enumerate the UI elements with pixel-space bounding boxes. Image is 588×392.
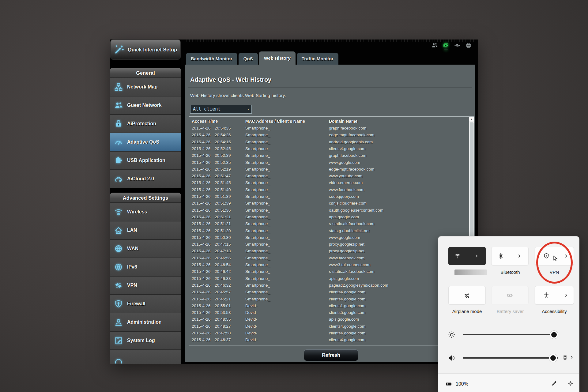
wifi-expand[interactable] (467, 247, 486, 265)
sidebar-item-network-map[interactable]: Network Map (110, 78, 181, 96)
quick-internet-setup-button[interactable]: Quick Internet Setup (110, 40, 181, 60)
sidebar-item-item[interactable] (110, 350, 181, 364)
bluetooth-toggle[interactable] (492, 247, 510, 265)
quick-settings-panel: Bluetooth VPN (438, 236, 579, 392)
volume-slider-knob[interactable] (549, 354, 557, 362)
sidebar-item-lan[interactable]: LAN (110, 221, 181, 240)
cell-access-time: 20:51:40 (215, 187, 231, 192)
table-row: 2015-4-2620:50:30Smartphone_www.google.c… (189, 235, 474, 242)
cell-domain-name: clients1.google.com (329, 303, 365, 308)
cell-access-date: 2015-4-26 (192, 324, 211, 329)
column-header-domain-name: Domain Name (329, 119, 357, 124)
cell-domain-name: apis.google.com (329, 215, 359, 219)
table-row: 2015-4-2620:54:35Smartphone_graph.facebo… (189, 126, 474, 133)
cell-domain-name: proxy.googlezip.net (329, 249, 364, 253)
column-header-mac-address-client-s-name: MAC Address / Client's Name (245, 119, 305, 124)
audio-output-icon[interactable] (562, 354, 568, 360)
cell-client-name: Smartphone_ (245, 126, 270, 130)
table-row: 2015-4-2620:48:27Devid-clients4.google.c… (189, 324, 474, 331)
sidebar-item-ipv6[interactable]: v6IPv6 (110, 258, 181, 277)
accessibility-toggle[interactable] (535, 286, 558, 304)
table-row: 2015-4-2620:51:40Smartphone_www.facebook… (189, 187, 474, 194)
wireless-icon (114, 207, 123, 217)
cell-client-name: Smartphone_ (245, 256, 270, 260)
cell-client-name: Smartphone_ (245, 215, 270, 219)
cell-access-date: 2015-4-26 (192, 153, 211, 158)
brightness-slider[interactable] (463, 334, 558, 335)
sidebar-item-aiprotection[interactable]: AiProtection (110, 115, 181, 133)
printer-icon[interactable] (465, 42, 472, 49)
tab-traffic-monitor[interactable]: Traffic Monitor (297, 53, 338, 65)
sidebar-item-system-log[interactable]: System Log (110, 332, 181, 350)
battery-status[interactable]: 100% (445, 380, 468, 388)
column-header-access-time: Access Time (192, 119, 218, 124)
airplane-mode-button[interactable] (448, 286, 486, 304)
cell-access-date: 2015-4-26 (192, 228, 211, 233)
battery-saver-toggle (492, 286, 528, 304)
tab-web-history[interactable]: Web History (259, 51, 296, 65)
clients-icon[interactable] (431, 42, 438, 49)
wifi-toggle[interactable] (448, 247, 467, 265)
wifi-button[interactable] (448, 247, 486, 265)
table-row: 2015-4-2620:47:15Smartphone_proxy.google… (189, 242, 474, 249)
airplane-toggle[interactable] (449, 286, 485, 304)
tab-qos[interactable]: QoS (239, 53, 258, 65)
sidebar-item-vpn[interactable]: VPN (110, 277, 181, 295)
perforation-pattern (187, 40, 474, 42)
chevron-right-icon (517, 254, 522, 258)
scrollbar-up-arrow-icon[interactable]: ▲ (469, 117, 474, 122)
lan-clients-icon[interactable] (443, 42, 449, 49)
bluetooth-button[interactable] (491, 247, 529, 265)
cell-access-date: 2015-4-26 (192, 317, 211, 322)
cell-access-time: 20:54:35 (215, 126, 231, 130)
refresh-button[interactable]: Refresh (304, 349, 358, 361)
table-row: 2015-4-2620:51:36Smartphone_oauth.google… (189, 208, 474, 215)
sidebar-section-header-advanced-settings: Advanced Settings (110, 193, 181, 203)
cell-access-time: 20:51:39 (215, 194, 231, 199)
accessibility-button[interactable] (535, 286, 574, 304)
sidebar-item-guest-network[interactable]: Guest Network (110, 96, 181, 115)
sidebar-item-firewall[interactable]: Firewall (110, 295, 181, 313)
cell-access-time: 20:54:15 (215, 140, 231, 144)
sidebar-item-aicloud-2-0[interactable]: AiCloud 2.0 (110, 170, 181, 188)
accessibility-label: Accessibility (531, 309, 577, 314)
cell-access-time: 20:51:21 (215, 221, 231, 226)
cell-domain-name: video.emerse.com (329, 180, 363, 185)
cell-client-name: Devid- (245, 331, 257, 335)
usb-icon[interactable] (454, 42, 461, 49)
cell-client-name: Smartphone_ (245, 153, 270, 158)
bluetooth-label: Bluetooth (487, 270, 533, 275)
cell-access-date: 2015-4-26 (192, 331, 211, 335)
table-row: 2015-4-2620:53:53Devid-clients5.google.c… (189, 310, 474, 317)
table-row: 2015-4-2620:52:39Smartphone_graph.facebo… (189, 153, 474, 160)
sidebar-item-adaptive-qos[interactable]: Adaptive QoS (110, 133, 181, 152)
sidebar-item-wireless[interactable]: Wireless (110, 203, 181, 221)
table-row: 2015-4-2620:51:21Smartphone_apis.google.… (189, 215, 474, 221)
sidebar-item-wan[interactable]: WAN (110, 240, 181, 258)
cell-access-time: 20:52:39 (215, 153, 231, 158)
volume-slider[interactable] (463, 357, 558, 359)
edit-pencil-icon[interactable] (551, 380, 557, 386)
bluetooth-expand[interactable] (510, 247, 529, 265)
settings-gear-icon[interactable] (567, 380, 574, 386)
cell-access-date: 2015-4-26 (192, 303, 211, 308)
cell-access-time: 20:46:33 (215, 276, 231, 281)
cell-domain-name: clients4.google.com (329, 345, 365, 345)
sidebar-item-administration[interactable]: Administration (110, 313, 181, 332)
client-filter-dropdown[interactable]: All client ▾ (190, 105, 252, 114)
cell-domain-name: www.facebook.com (329, 187, 364, 192)
cell-access-date: 2015-4-26 (192, 262, 211, 267)
cell-client-name: Smartphone_ (245, 297, 270, 301)
cell-access-time: 20:46:54 (215, 262, 231, 267)
cell-access-time: 20:51:45 (215, 180, 231, 185)
cell-client-name: Smartphone_ (245, 180, 270, 185)
accessibility-expand[interactable] (558, 286, 574, 304)
red-circle-annotation (536, 242, 573, 284)
cell-domain-name: apis.google.com (329, 317, 359, 322)
title-divider (188, 87, 472, 88)
cell-access-date: 2015-4-26 (192, 133, 211, 137)
sidebar-item-usb-application[interactable]: USB Application (110, 152, 181, 170)
brightness-slider-knob[interactable] (550, 331, 558, 339)
audio-output-chevron-icon[interactable] (569, 355, 574, 360)
tab-bandwidth-monitor[interactable]: Bandwidth Monitor (186, 53, 237, 65)
